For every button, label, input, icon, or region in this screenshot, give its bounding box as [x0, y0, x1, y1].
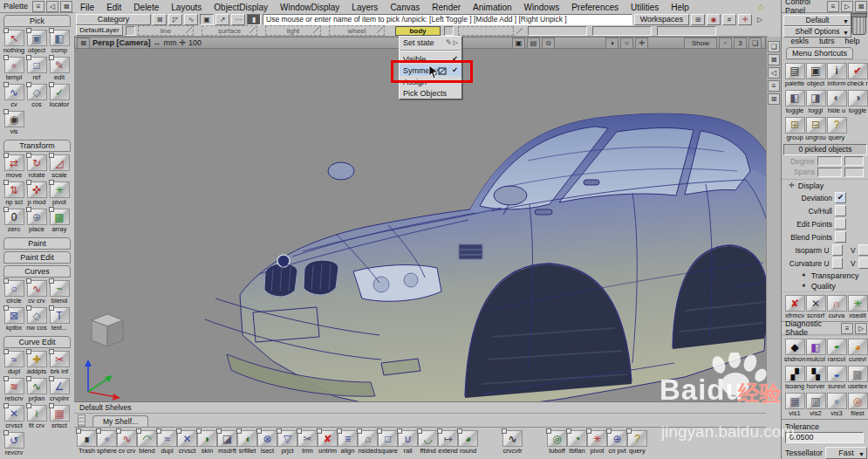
menu-item-render[interactable]: Render [426, 2, 467, 13]
crvsct-tool[interactable]: ✕crvsct [3, 405, 25, 429]
grid-snap-icon[interactable]: ⊠ [153, 14, 167, 25]
menu-item-layouts[interactable]: Layouts [165, 2, 208, 13]
blend-points-checkbox[interactable] [835, 231, 846, 243]
default-layer-button[interactable]: DefaultLayer [76, 25, 123, 36]
menu-icon[interactable]: ≡ [32, 1, 44, 12]
menu-item-layers[interactable]: Layers [345, 2, 384, 13]
rail-tool[interactable]: ∪rail [398, 430, 418, 455]
image-plane-icon[interactable]: ▤ [527, 38, 540, 49]
locator-tool[interactable]: ✓locator [48, 84, 71, 108]
scnsrf-tool[interactable]: ✕scnsrf [805, 295, 826, 319]
revcrv-tool[interactable]: ↺revcrv [3, 432, 25, 456]
prompt-history-icon[interactable]: ▮ [247, 14, 261, 25]
move-tool[interactable]: ⇄move [3, 154, 25, 179]
display-section-header[interactable]: ✛ Display [782, 179, 868, 191]
palette-section-transform[interactable]: Transform [3, 140, 71, 152]
body-layer-checkbox[interactable] [444, 26, 454, 36]
edit-points-checkbox[interactable] [835, 218, 846, 230]
render-globe-icon[interactable]: ◉ [707, 14, 721, 25]
expand-arrow-icon[interactable]: ▷ [754, 15, 766, 24]
palette-section-paint-edit[interactable]: Paint Edit [3, 251, 71, 264]
menu-item-preferences[interactable]: Preferences [565, 2, 625, 13]
spans-field-2[interactable] [844, 168, 864, 177]
xsedit-tool[interactable]: ✳xsedit [847, 295, 868, 319]
pivot-tool[interactable]: ✳pivot [587, 430, 607, 455]
edit-tool[interactable]: ✎edit [48, 57, 71, 81]
isoparm-u-checkbox[interactable] [832, 244, 843, 256]
np-scl-tool[interactable]: ⇅np scl [3, 182, 25, 206]
layer-tab-light[interactable]: light [265, 25, 321, 36]
surfaces-icon[interactable]: ▣ [200, 14, 214, 25]
layout-window-icon[interactable]: ⊞ [691, 14, 705, 25]
isoang-tool[interactable]: ▞isoang [784, 366, 805, 390]
mulcol-tool[interactable]: ◧mulcol [805, 339, 826, 363]
pointer-icon[interactable]: ◸ [168, 14, 182, 25]
shade-toggle-icon[interactable]: ◑ [605, 38, 619, 49]
nw-cos-tool[interactable]: ◇nw cos [25, 307, 48, 332]
cp-close-icon[interactable]: ⊠ [855, 1, 867, 12]
deviation-checkbox[interactable]: ✔ [835, 192, 846, 203]
preset-dropdown[interactable]: Default▼ [783, 15, 851, 26]
spans-field-1[interactable] [817, 168, 842, 177]
layer-tab-wheel[interactable]: wheel [329, 25, 385, 36]
vis2-tool[interactable]: ▥vis2 [805, 393, 826, 417]
cp-menu-icon[interactable]: ≡ [827, 1, 839, 12]
window-restore-icon[interactable]: ❏ [768, 41, 780, 52]
crvsct-tool[interactable]: ✕crvsct [177, 430, 197, 455]
cv-tool[interactable]: ∿cv [3, 84, 25, 108]
brk-inf-tool[interactable]: ✂brk inf [48, 351, 71, 375]
cp-link-tutrs[interactable]: tutrs [819, 37, 835, 45]
surevl-tool[interactable]: ◒surevl [826, 366, 847, 390]
place-tool[interactable]: ⊕place [25, 209, 48, 233]
my-shelf-tab[interactable]: My Shelf... [92, 415, 148, 427]
trim-tool[interactable]: ✂trim [297, 430, 318, 455]
kptbx-tool[interactable]: ⊠kptbx [3, 307, 25, 332]
dupl-tool[interactable]: ≈dupl [3, 351, 25, 375]
diag-menu-icon[interactable]: ≡ [841, 323, 853, 334]
msdrft-tool[interactable]: ◪msdrft [217, 430, 237, 455]
palette-section-curves[interactable]: Curves [3, 265, 71, 277]
degree-field-2[interactable] [844, 156, 864, 166]
layer-field-3[interactable] [657, 26, 716, 36]
prjct-tool[interactable]: ▽prjct [277, 430, 297, 455]
zero-tool[interactable]: 0zero [3, 209, 25, 233]
blend-tool[interactable]: ◠blend [137, 430, 157, 455]
layer-tab-line[interactable]: line [138, 25, 194, 36]
close-icon[interactable]: ⊠ [60, 1, 72, 12]
square-tool[interactable]: □square [378, 430, 398, 455]
prjtan-tool[interactable]: ∿prjtan [25, 378, 48, 402]
transparency-section[interactable]: ✦ Transparency [782, 270, 868, 280]
vis3-tool[interactable]: ●vis3 [826, 393, 847, 417]
cp-link-help[interactable]: help [845, 37, 860, 45]
inform-tool[interactable]: iinform [826, 63, 847, 87]
skin-tool[interactable]: ◗skin [197, 430, 217, 455]
layer-field-2[interactable] [592, 26, 652, 36]
tessellator-dropdown[interactable]: Fast▼ [825, 447, 867, 459]
show-button[interactable]: Show [684, 38, 717, 49]
rebcrv-tool[interactable]: ≋rebcrv [3, 378, 25, 402]
strip-menu-icon[interactable]: ≡ [768, 80, 780, 92]
layer-tab-body[interactable]: body [395, 26, 441, 36]
category-button[interactable]: Category [76, 14, 151, 25]
rotate-tool[interactable]: ↻rotate [25, 154, 48, 179]
object-tool[interactable]: ▣object [25, 30, 48, 54]
isect-tool[interactable]: ⊗isect [257, 430, 277, 455]
comp-tool[interactable]: ◧comp [48, 30, 71, 54]
window-icon[interactable]: ❏ [748, 38, 762, 49]
layer-field-1[interactable] [528, 26, 587, 36]
circle-tool[interactable]: ○circle [3, 280, 25, 305]
ffblnd-tool[interactable]: ◡ffblnd [418, 430, 438, 455]
prompt-line[interactable]: Use mouse or enter name of item to pick … [263, 14, 632, 25]
text-tool[interactable]: Ttext... [48, 307, 71, 332]
menu-item-animation[interactable]: Animation [467, 2, 517, 13]
strip-split-icon[interactable]: ⊞ [768, 93, 780, 105]
toggl-tool[interactable]: ◨toggl [805, 90, 826, 114]
menu-item-edit[interactable]: Edit [100, 2, 127, 13]
query-tool[interactable]: ?query [627, 430, 647, 455]
isoparm-u-v-checkbox[interactable] [858, 244, 868, 256]
perspective-viewport[interactable] [74, 49, 766, 401]
tolerance-field[interactable]: 0.0500 [785, 432, 864, 443]
horver-tool[interactable]: ▚horver [805, 366, 826, 390]
p-mod-tool[interactable]: ✜p mod [25, 182, 48, 206]
sphere-tool[interactable]: ●sphere [97, 430, 117, 455]
